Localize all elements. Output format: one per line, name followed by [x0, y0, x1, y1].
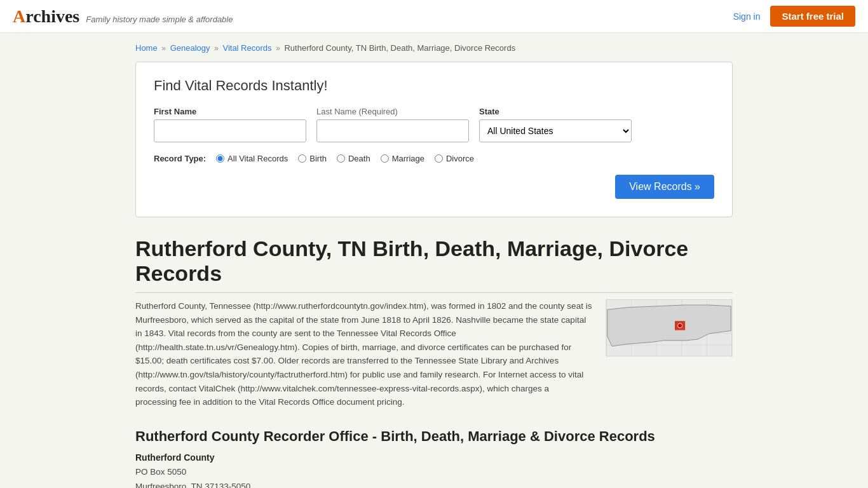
record-type-death[interactable]: Death: [337, 154, 370, 163]
breadcrumb-current: Rutherford County, TN Birth, Death, Marr…: [284, 43, 515, 53]
page-title: Rutherford County, TN Birth, Death, Marr…: [135, 236, 733, 293]
content-section: Rutherford County, Tennessee (http://www…: [135, 299, 733, 409]
office-name: Rutherford County: [135, 452, 733, 463]
address-line1: PO Box 5050: [135, 465, 733, 480]
record-type-options: All Vital Records Birth Death Marriage D…: [216, 154, 474, 163]
state-group: State All United States Alabama Alaska T…: [479, 107, 632, 142]
section2-title: Rutherford County Recorder Office - Birt…: [135, 428, 733, 445]
address-line2: Murfreesboro, TN 37133-5050: [135, 480, 733, 488]
office-address: PO Box 5050 Murfreesboro, TN 37133-5050 …: [135, 465, 733, 488]
header-tagline: Family history made simple & affordable: [86, 15, 233, 24]
tn-map-svg: [606, 299, 733, 356]
last-name-group: Last Name (Required): [316, 107, 469, 142]
start-trial-button[interactable]: Start free trial: [770, 6, 855, 27]
first-name-group: First Name: [154, 107, 306, 142]
breadcrumb-genealogy[interactable]: Genealogy: [170, 43, 210, 53]
site-header: Archives Family history made simple & af…: [0, 0, 868, 33]
last-name-input[interactable]: [316, 119, 469, 142]
separator: »: [161, 44, 166, 53]
state-label: State: [479, 107, 632, 116]
main-content: Home » Genealogy » Vital Records » Ruthe…: [123, 33, 745, 488]
breadcrumb-vital-records[interactable]: Vital Records: [222, 43, 271, 53]
state-select[interactable]: All United States Alabama Alaska Tenness…: [479, 119, 632, 142]
record-type-label: Record Type:: [154, 154, 206, 163]
record-type-all[interactable]: All Vital Records: [216, 154, 288, 163]
tn-map-container: [606, 299, 733, 356]
header-left: Archives Family history made simple & af…: [13, 6, 233, 27]
record-type-marriage[interactable]: Marriage: [381, 154, 424, 163]
svg-point-11: [678, 323, 682, 328]
sign-in-link[interactable]: Sign in: [733, 11, 761, 22]
breadcrumb-home[interactable]: Home: [135, 43, 158, 53]
search-heading: Find Vital Records Instantly!: [154, 78, 714, 94]
breadcrumb: Home » Genealogy » Vital Records » Ruthe…: [135, 43, 733, 53]
header-right: Sign in Start free trial: [733, 6, 855, 27]
first-name-input[interactable]: [154, 119, 306, 142]
first-name-label: First Name: [154, 107, 306, 116]
separator: »: [276, 44, 280, 53]
search-fields: First Name Last Name (Required) State Al…: [154, 107, 714, 142]
record-type-row: Record Type: All Vital Records Birth Dea…: [154, 154, 714, 163]
search-box: Find Vital Records Instantly! First Name…: [135, 62, 733, 217]
body-text: Rutherford County, Tennessee (http://www…: [135, 299, 593, 409]
record-type-birth[interactable]: Birth: [298, 154, 327, 163]
site-logo: Archives: [13, 6, 79, 27]
separator: »: [214, 44, 219, 53]
record-type-divorce[interactable]: Divorce: [435, 154, 474, 163]
view-records-button[interactable]: View Records »: [615, 175, 714, 199]
last-name-label: Last Name (Required): [316, 107, 469, 116]
